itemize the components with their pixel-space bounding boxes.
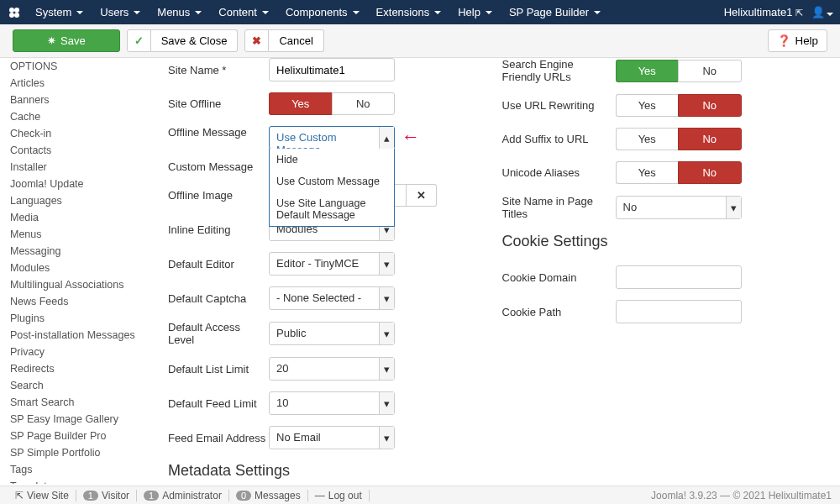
- external-link-icon: ⇱: [795, 8, 803, 18]
- pagetitle-dropdown[interactable]: No▾: [616, 196, 742, 219]
- cookie-domain-input[interactable]: [616, 265, 742, 289]
- default-editor-label: Default Editor: [168, 258, 269, 270]
- sidebar-item[interactable]: SP Simple Portfolio: [10, 444, 139, 461]
- chevron-down-icon: ▾: [379, 323, 394, 344]
- cancel-button[interactable]: Cancel: [269, 29, 323, 52]
- svg-point-1: [14, 8, 19, 13]
- sidebar-item[interactable]: SP Easy Image Gallery: [10, 411, 139, 428]
- default-feed-dropdown[interactable]: 10▾: [269, 391, 395, 415]
- sidebar-item[interactable]: Tags: [10, 461, 139, 478]
- default-editor-dropdown[interactable]: Editor - TinyMCE▾: [269, 252, 395, 276]
- sidebar-item[interactable]: Menus: [10, 226, 139, 243]
- question-icon: ❓: [777, 34, 791, 47]
- svg-point-0: [9, 8, 14, 13]
- sef-label: Search Engine Friendly URLs: [502, 58, 616, 83]
- chevron-down-icon: ▾: [379, 427, 394, 449]
- save-close-button[interactable]: Save & Close: [151, 29, 239, 52]
- sidebar-item[interactable]: Post-installation Messages: [10, 327, 139, 344]
- sef-yes[interactable]: Yes: [616, 60, 679, 82]
- sidebar-item[interactable]: Smart Search: [10, 394, 139, 411]
- sidebar-item[interactable]: Plugins: [10, 310, 139, 327]
- sidebar-item[interactable]: Messaging: [10, 243, 139, 260]
- custom-msg-label: Custom Message: [168, 160, 269, 173]
- inline-editing-label: Inline Editing: [168, 223, 269, 236]
- menu-sp-page-builder[interactable]: SP Page Builder: [502, 2, 607, 23]
- menu-system[interactable]: System: [29, 2, 90, 23]
- site-offline-no[interactable]: No: [332, 92, 396, 115]
- cookie-domain-label: Cookie Domain: [502, 271, 616, 284]
- svg-point-3: [14, 13, 19, 18]
- sidebar-item[interactable]: OPTIONS: [10, 58, 139, 75]
- unicode-yes[interactable]: Yes: [616, 161, 679, 184]
- chevron-down-icon: ▾: [726, 197, 741, 218]
- rewrite-label: Use URL Rewriting: [502, 99, 616, 112]
- joomla-logo-icon: [7, 5, 22, 20]
- svg-point-2: [9, 13, 14, 18]
- sidebar-item[interactable]: Installer: [10, 159, 139, 176]
- dropdown-option[interactable]: Hide: [270, 149, 394, 171]
- unicode-label: Unicode Aliases: [502, 166, 616, 179]
- toolbar: ✷ Save ✓ Save & Close ✖ Cancel ❓Help: [0, 24, 840, 58]
- menu-content[interactable]: Content: [212, 2, 276, 23]
- sidebar-item[interactable]: Modules: [10, 260, 139, 276]
- chevron-down-icon: ▾: [379, 358, 394, 380]
- cancel-x[interactable]: ✖: [244, 29, 269, 52]
- sidebar-item[interactable]: Articles: [10, 75, 139, 92]
- default-access-dropdown[interactable]: Public▾: [269, 322, 395, 345]
- default-captcha-dropdown[interactable]: - None Selected -▾: [269, 286, 395, 310]
- sidebar-item[interactable]: Check-in: [10, 125, 139, 142]
- sidebar-item[interactable]: News Feeds: [10, 293, 139, 310]
- site-offline-yes[interactable]: Yes: [269, 92, 332, 115]
- default-access-label: Default Access Level: [168, 321, 269, 346]
- sidebar-item[interactable]: Joomla! Update: [10, 176, 139, 192]
- feed-email-dropdown[interactable]: No Email▾: [269, 426, 395, 449]
- sidebar-item[interactable]: Contacts: [10, 142, 139, 159]
- site-name-label: Site Name *: [168, 64, 269, 76]
- sef-no[interactable]: No: [678, 60, 742, 82]
- dropdown-option[interactable]: Use Custom Message: [270, 171, 394, 192]
- save-close-check[interactable]: ✓: [127, 29, 151, 52]
- sidebar-item[interactable]: Search: [10, 377, 139, 394]
- chevron-down-icon: ▾: [379, 287, 394, 309]
- offline-img-label: Offline Image: [168, 189, 269, 202]
- cookie-heading: Cookie Settings: [502, 233, 811, 250]
- sidebar-item[interactable]: Banners: [10, 92, 139, 108]
- cookie-path-input[interactable]: [616, 300, 742, 323]
- suffix-label: Add Suffix to URL: [502, 133, 616, 145]
- offline-msg-dropdown[interactable]: Use Custom Message▴ HideUse Custom Messa…: [269, 126, 395, 150]
- sidebar-item[interactable]: Templates: [10, 478, 139, 484]
- sidebar-item[interactable]: Privacy: [10, 344, 139, 360]
- menu-components[interactable]: Components: [279, 2, 366, 23]
- sidebar-item[interactable]: Media: [10, 209, 139, 226]
- unicode-no[interactable]: No: [678, 161, 742, 184]
- site-name-input[interactable]: [269, 58, 395, 81]
- rewrite-yes[interactable]: Yes: [616, 94, 679, 117]
- user-menu[interactable]: 👤: [811, 6, 833, 18]
- sidebar-item[interactable]: Cache: [10, 108, 139, 125]
- cookie-path-label: Cookie Path: [502, 306, 616, 318]
- menu-users[interactable]: Users: [93, 2, 147, 23]
- sidebar-item[interactable]: Redirects: [10, 360, 139, 377]
- sidebar-item[interactable]: Languages: [10, 192, 139, 209]
- default-list-dropdown[interactable]: 20▾: [269, 357, 395, 381]
- rewrite-no[interactable]: No: [678, 94, 742, 117]
- sidebar-item[interactable]: Multilingual Associations: [10, 276, 139, 293]
- suffix-no[interactable]: No: [678, 128, 742, 150]
- topbar: SystemUsersMenusContentComponentsExtensi…: [0, 0, 840, 24]
- save-button[interactable]: ✷ Save: [13, 29, 120, 52]
- dropdown-option[interactable]: Use Site Language Default Message: [270, 192, 394, 226]
- site-link[interactable]: Helixultimate1 ⇱: [724, 6, 803, 18]
- right-column: Search Engine Friendly URLsYesNo Use URL…: [490, 58, 824, 484]
- left-column: Site Name * Site Offline Yes No Offline …: [155, 58, 490, 484]
- menu-menus[interactable]: Menus: [150, 2, 208, 23]
- arrow-annotation-icon: ←: [402, 126, 420, 148]
- suffix-yes[interactable]: Yes: [616, 128, 679, 150]
- menu-extensions[interactable]: Extensions: [370, 2, 449, 23]
- help-button[interactable]: ❓Help: [768, 29, 827, 52]
- clear-image-button[interactable]: ✕: [407, 184, 437, 207]
- default-list-label: Default List Limit: [168, 363, 269, 375]
- menu-help[interactable]: Help: [451, 2, 499, 23]
- default-feed-label: Default Feed Limit: [168, 397, 269, 410]
- chevron-down-icon: ▾: [379, 253, 394, 275]
- sidebar-item[interactable]: SP Page Builder Pro: [10, 428, 139, 444]
